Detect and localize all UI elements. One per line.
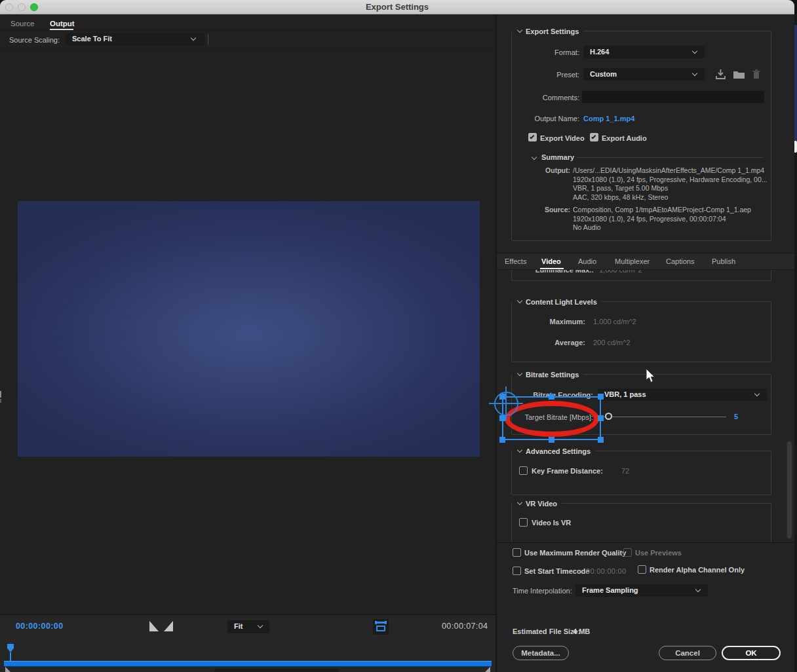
screen: Export Settings Source Output Source Sca…	[0, 0, 797, 672]
comments-label: Comments:	[498, 94, 579, 102]
duration-timecode: 00:00:07:04	[442, 622, 488, 631]
divider	[0, 30, 496, 31]
vr-video-header[interactable]: VR Video	[513, 499, 562, 508]
cancel-button[interactable]: Cancel	[659, 646, 716, 660]
output-name-link[interactable]: Comp 1_1.mp4	[583, 115, 634, 122]
screen-edge-artifact	[0, 399, 1, 403]
footer-divider	[497, 542, 794, 543]
content-light-levels-box	[511, 301, 771, 362]
format-label: Format:	[498, 48, 579, 56]
tab-multiplexer[interactable]: Multiplexer	[615, 257, 650, 265]
preview-panel: Source Output Source Scaling: Scale To F…	[0, 14, 496, 672]
settings-scrollbar[interactable]	[787, 441, 792, 539]
maximum-value: 1,000 cd/m^2	[593, 318, 636, 326]
current-timecode[interactable]: 00:00:00:00	[16, 622, 64, 631]
in-point-icon[interactable]	[149, 621, 159, 631]
divider	[0, 48, 496, 48]
target-bitrate-slider-handle[interactable]	[605, 413, 612, 420]
use-previews-label: Use Previews	[635, 549, 682, 557]
time-interpolation-label: Time Interpolation:	[513, 587, 572, 595]
time-interpolation-dropdown[interactable]: Frame Sampling	[575, 584, 708, 597]
selection-handle[interactable]	[549, 394, 554, 400]
chevron-down-icon	[695, 587, 701, 592]
export-audio-label: Export Audio	[602, 134, 647, 142]
export-audio-checkbox[interactable]	[590, 133, 598, 141]
source-scaling-label: Source Scaling:	[9, 36, 60, 44]
use-max-render-quality-checkbox[interactable]	[513, 548, 521, 557]
selection-handle[interactable]	[499, 437, 505, 443]
mouse-cursor	[646, 369, 655, 383]
out-point-icon[interactable]	[164, 621, 173, 631]
preset-value: Custom	[590, 70, 617, 78]
source-scaling-value: Scale To Fit	[72, 35, 112, 43]
average-label: Average:	[498, 339, 585, 346]
tab-output[interactable]: Output	[50, 20, 75, 28]
summary-title: Summary	[541, 153, 574, 161]
bitrate-encoding-dropdown[interactable]: VBR, 1 pass	[598, 388, 767, 401]
match-output-aspect-icon[interactable]	[373, 619, 389, 635]
tab-audio[interactable]: Audio	[578, 257, 596, 265]
luminance-max-value: 1,000 cd/m^2	[599, 270, 642, 274]
source-range-dropdown[interactable]: Work Area	[214, 669, 339, 672]
transport-bar: 00:00:00:00 Fit 00:00:07:04	[0, 614, 496, 672]
import-preset-folder-icon[interactable]	[733, 70, 745, 79]
metadata-button[interactable]: Metadata...	[513, 646, 569, 660]
chevron-down-icon	[692, 48, 697, 54]
keyframe-distance-checkbox[interactable]	[519, 466, 528, 475]
collapse-icon	[517, 371, 522, 376]
set-start-timecode-checkbox[interactable]	[513, 567, 521, 575]
bitrate-settings-header[interactable]: Bitrate Settings	[513, 370, 583, 379]
format-value: H.264	[590, 48, 609, 56]
tab-source[interactable]: Source	[10, 20, 34, 28]
tab-publish[interactable]: Publish	[712, 257, 735, 265]
collapse-icon	[517, 298, 522, 303]
target-bitrate-slider-track[interactable]	[600, 417, 726, 417]
target-bitrate-value[interactable]: 5	[734, 413, 738, 420]
export-video-checkbox[interactable]	[528, 133, 537, 141]
tab-effects[interactable]: Effects	[505, 257, 526, 265]
selection-handle[interactable]	[598, 437, 604, 443]
save-preset-icon[interactable]	[715, 69, 726, 80]
collapse-icon	[517, 447, 522, 453]
active-tab-underline	[540, 268, 564, 269]
selection-handle[interactable]	[598, 415, 604, 421]
ok-button[interactable]: OK	[722, 646, 781, 660]
export-settings-dialog: Export Settings Source Output Source Sca…	[0, 0, 794, 672]
output-name-label: Output Name:	[498, 115, 579, 122]
playhead[interactable]	[7, 644, 14, 652]
bitrate-encoding-value: VBR, 1 pass	[604, 390, 646, 398]
settings-tab-bar: Effects Video Audio Multiplexer Captions…	[497, 253, 794, 270]
keyframe-distance-value: 72	[621, 467, 629, 475]
zoom-level-dropdown[interactable]: Fit	[227, 620, 269, 633]
content-light-levels-header[interactable]: Content Light Levels	[513, 297, 602, 306]
keyframe-distance-label: Key Frame Distance:	[532, 467, 603, 475]
source-scaling-dropdown[interactable]: Scale To Fit	[66, 33, 204, 46]
advanced-settings-header[interactable]: Advanced Settings	[513, 447, 595, 455]
tab-video[interactable]: Video	[541, 257, 561, 265]
time-interpolation-value: Frame Sampling	[582, 586, 638, 594]
work-area-right-handle[interactable]	[483, 667, 490, 672]
timeline-track[interactable]	[4, 661, 492, 667]
estimated-file-size-label: Estimated File Size:	[513, 627, 580, 635]
export-settings-header[interactable]: Export Settings	[513, 27, 583, 35]
preset-dropdown[interactable]: Custom	[583, 68, 705, 81]
selection-handle[interactable]	[549, 437, 554, 443]
delete-preset-trash-icon[interactable]	[752, 69, 761, 80]
tab-captions[interactable]: Captions	[666, 257, 694, 265]
render-alpha-checkbox[interactable]	[638, 565, 646, 574]
comments-input[interactable]	[582, 91, 764, 103]
summary-source-label: Source:	[518, 206, 570, 215]
selection-handle[interactable]	[598, 394, 604, 400]
format-dropdown[interactable]: H.264	[583, 46, 705, 58]
playhead-stem	[10, 652, 11, 661]
collapse-icon	[517, 28, 522, 33]
use-max-render-quality-label: Use Maximum Render Quality	[524, 549, 626, 557]
work-area-left-handle[interactable]	[5, 667, 12, 672]
summary-header-line	[577, 157, 764, 158]
clipped-section-box: Luminance Max.: 1,000 cd/m^2	[511, 270, 771, 281]
selection-handle[interactable]	[499, 415, 505, 421]
section-title: Export Settings	[526, 28, 579, 35]
video-is-vr-checkbox[interactable]	[519, 518, 528, 527]
section-title: Advanced Settings	[526, 447, 591, 455]
start-timecode-value: 00:00:00:00	[586, 567, 626, 575]
